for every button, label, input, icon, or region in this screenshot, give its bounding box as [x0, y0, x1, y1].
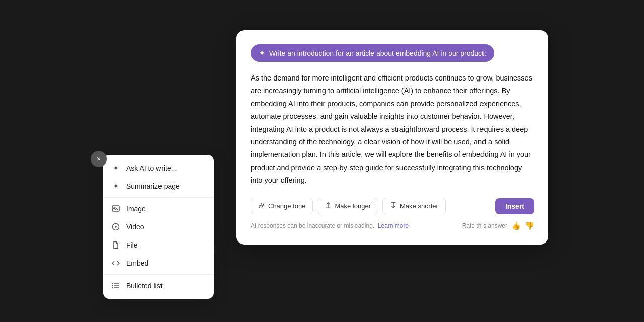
shorter-icon	[390, 202, 397, 210]
svg-marker-3	[115, 226, 117, 228]
tone-icon	[258, 202, 265, 210]
menu-item-label: File	[126, 241, 138, 249]
insert-button[interactable]: Insert	[495, 198, 534, 214]
close-button[interactable]: ×	[91, 151, 107, 167]
disclaimer: AI responses can be inaccurate or mislea…	[251, 222, 374, 229]
close-icon: ×	[97, 155, 101, 163]
menu-divider-2	[103, 274, 214, 275]
change-tone-button[interactable]: Change tone	[251, 198, 313, 214]
image-icon	[111, 204, 120, 213]
thumbs-up-button[interactable]: 👍	[511, 221, 521, 230]
menu-item-embed[interactable]: Embed	[103, 254, 214, 272]
menu-divider	[103, 197, 214, 198]
menu-item-video[interactable]: Video	[103, 218, 214, 236]
footer-row: AI responses can be inaccurate or mislea…	[251, 221, 534, 230]
ai-body-text: As the demand for more intelligent and e…	[251, 72, 534, 187]
ai-response-card: ✦ Write an introduction for an article a…	[236, 30, 548, 245]
change-tone-label: Change tone	[268, 202, 305, 210]
make-longer-button[interactable]: Make longer	[317, 198, 378, 214]
menu-item-summarize[interactable]: ✦ Summarize page	[103, 177, 214, 195]
menu-item-label: Video	[126, 223, 144, 231]
menu-item-label: Summarize page	[126, 182, 180, 190]
thumbs-down-button[interactable]: 👎	[525, 221, 534, 230]
menu-item-label: Bulleted list	[126, 282, 163, 290]
rate-label: Rate this answer	[462, 222, 507, 229]
menu-item-bulleted-list[interactable]: Bulleted list	[103, 277, 214, 295]
sparkle-icon: ✦	[111, 164, 120, 173]
longer-icon	[325, 202, 332, 210]
make-longer-label: Make longer	[335, 202, 371, 210]
learn-more-link[interactable]: Learn more	[378, 222, 409, 229]
menu-item-file[interactable]: File	[103, 236, 214, 254]
menu-item-ask-ai[interactable]: ✦ Ask AI to write...	[103, 159, 214, 177]
list-icon	[111, 281, 120, 290]
menu-item-label: Image	[126, 205, 146, 213]
menu-item-label: Embed	[126, 259, 148, 267]
video-icon	[111, 222, 120, 231]
thumbs-up-icon: 👍	[511, 221, 521, 230]
file-icon	[111, 240, 120, 250]
prompt-text: Write an introduction for an article abo…	[269, 49, 486, 57]
embed-icon	[111, 259, 120, 268]
menu-item-label: Ask AI to write...	[126, 164, 177, 172]
action-bar: Change tone Make longer	[251, 198, 534, 214]
sparkle-icon: ✦	[111, 182, 120, 191]
scene: × ✦ Ask AI to write... ✦ Summarize page …	[96, 20, 548, 302]
make-shorter-label: Make shorter	[400, 202, 438, 210]
disclaimer-text: AI responses can be inaccurate or mislea…	[251, 222, 409, 229]
make-shorter-button[interactable]: Make shorter	[382, 198, 446, 214]
menu-item-image[interactable]: Image	[103, 200, 214, 218]
sparkle-icon: ✦	[259, 48, 265, 58]
context-menu: ✦ Ask AI to write... ✦ Summarize page Im…	[103, 155, 214, 299]
thumbs-down-icon: 👎	[525, 221, 534, 230]
rate-row: Rate this answer 👍 👎	[462, 221, 534, 230]
prompt-pill: ✦ Write an introduction for an article a…	[251, 44, 494, 62]
insert-label: Insert	[505, 202, 524, 210]
